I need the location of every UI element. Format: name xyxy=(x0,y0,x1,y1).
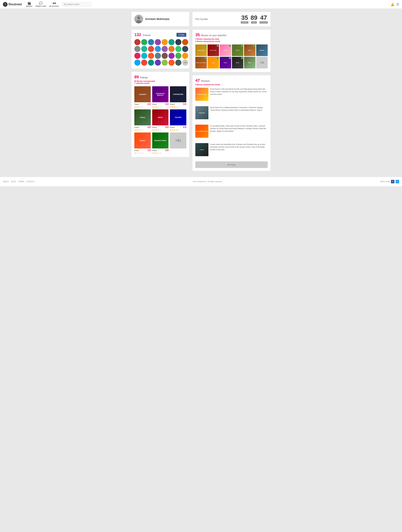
list-item[interactable]: Movie xyxy=(244,57,256,69)
footer-contact-link[interactable]: CONTACT xyxy=(26,181,35,183)
svg-point-1 xyxy=(137,16,140,19)
logo-flix: flix xyxy=(8,2,13,6)
friends-count-row: 132 Friends xyxy=(134,32,151,37)
list-item[interactable] xyxy=(134,39,140,45)
list-item[interactable]: Nautanki Saala! Rated 3.0 ★★★★★ xyxy=(152,133,169,154)
rated-score: 1.0 xyxy=(147,149,151,152)
rated-score: 3.0 xyxy=(183,103,186,106)
watchlist-card: 35 Movies on your watchlist 2 Movies rel… xyxy=(192,30,271,72)
list-item[interactable]: Fukrey Rated 3.0 ★★★★★ xyxy=(134,109,151,131)
list-item[interactable] xyxy=(141,60,147,66)
more-friends-button[interactable]: +93 xyxy=(182,60,188,66)
list-item[interactable] xyxy=(148,39,154,45)
more-movies-count: +81 xyxy=(170,133,186,148)
reviewed-badge: Reviewed xyxy=(259,21,268,24)
footer-terms-link[interactable]: TERMS xyxy=(18,181,24,183)
logo[interactable]: 🎬 flixstreet xyxy=(3,2,22,7)
list-item[interactable] xyxy=(155,46,161,52)
list-item[interactable] xyxy=(134,53,140,59)
list-item[interactable]: Jatt & Juliet ✓ xyxy=(207,44,219,56)
movie-poster: AURANGZEB xyxy=(170,86,186,102)
list-item[interactable]: Nautanki Saala Good humor in bits and pi… xyxy=(195,88,268,104)
list-item[interactable] xyxy=(175,53,181,59)
list-item[interactable] xyxy=(141,53,147,59)
movies-icon: 🎬 xyxy=(27,1,31,5)
list-item[interactable] xyxy=(141,46,147,52)
more-watchlist-button[interactable]: +26 xyxy=(256,57,268,69)
list-item[interactable] xyxy=(169,53,175,59)
list-item[interactable]: Lootera Lovely script and beautifully sh… xyxy=(195,143,268,159)
rated-score: 4.0 xyxy=(183,126,186,129)
twitter-icon[interactable]: t xyxy=(396,180,399,183)
list-item[interactable] xyxy=(155,60,161,66)
nav-street-chat-label: STREET CHAT xyxy=(35,5,46,7)
list-item[interactable]: Ghasitaram Badooo! Rated 3.0 ★★★★★ xyxy=(152,86,169,108)
list-item[interactable] xyxy=(175,60,181,66)
more-reviews-button[interactable]: 42 more xyxy=(195,161,268,168)
ratings-count: 89 xyxy=(134,75,139,79)
list-item[interactable] xyxy=(162,46,168,52)
list-item[interactable]: Bhaag Milkha Bhaag An excellent biopic. … xyxy=(195,125,268,140)
list-item[interactable] xyxy=(162,60,168,66)
list-item[interactable] xyxy=(134,46,140,52)
recommended-count: 60 xyxy=(134,80,136,82)
movie-poster: Ghasitaram Badooo! xyxy=(152,86,169,102)
ratings-label: Ratings xyxy=(140,76,148,79)
rated-score: 3.0 xyxy=(165,126,169,129)
list-item[interactable]: Zanjeer Rated 1.0 ★★★★★ xyxy=(134,133,151,154)
review-poster: Satyagraha xyxy=(195,106,208,119)
list-item[interactable] xyxy=(175,46,181,52)
review-text: An excellent biopic. Each actor excels i… xyxy=(210,125,268,138)
list-item[interactable]: Jayalalha Rated 2.0 ★★★★★ xyxy=(134,86,151,108)
list-item[interactable] xyxy=(148,60,154,66)
list-item[interactable] xyxy=(162,39,168,45)
search-input[interactable] xyxy=(67,3,90,5)
footer-about-link[interactable]: ABOUT xyxy=(3,181,9,183)
list-item[interactable] xyxy=(182,46,188,52)
logo-street: street xyxy=(13,2,22,6)
list-item[interactable]: Highway xyxy=(256,44,268,56)
list-item[interactable]: Jai Ho ✓ xyxy=(207,57,219,69)
nav-my-activity[interactable]: 🕶️ MY ACTIVITY xyxy=(49,1,59,7)
hamburger-menu-icon[interactable]: ☰ xyxy=(396,3,399,6)
list-item[interactable]: Movie ✓ xyxy=(220,57,231,69)
list-item[interactable] xyxy=(182,39,188,45)
list-item[interactable] xyxy=(169,39,175,45)
list-item[interactable]: Queen ✓ xyxy=(220,44,231,56)
list-item[interactable] xyxy=(141,39,147,45)
list-item[interactable]: Movie ✓ xyxy=(244,44,256,56)
nav-street-chat[interactable]: 💬 STREET CHAT xyxy=(35,1,46,7)
list-item[interactable] xyxy=(182,53,188,59)
star-rating: ★★★★★ xyxy=(170,106,186,108)
list-item[interactable]: Hasee Toh Phasee ✓ xyxy=(195,57,207,69)
notification-bell-icon[interactable]: 🔔 xyxy=(391,3,394,6)
footer-blog-link[interactable]: BLOG xyxy=(11,181,16,183)
list-item[interactable] xyxy=(175,39,181,45)
list-item[interactable] xyxy=(162,53,168,59)
list-item[interactable] xyxy=(169,60,175,66)
list-item[interactable] xyxy=(155,39,161,45)
footer: ABOUT BLOG TERMS CONTACT 2013 Flixstreet… xyxy=(0,177,402,186)
nav-movies[interactable]: 🎬 MOVIES xyxy=(26,1,32,7)
reviewed-count: 47 xyxy=(260,15,267,21)
friends-label: Friends xyxy=(143,34,151,37)
list-item[interactable]: ABCD Rated 3.0 ★★★★★ xyxy=(152,109,169,131)
list-item[interactable] xyxy=(148,46,154,52)
list-item[interactable]: Movie ✓ xyxy=(232,57,243,69)
list-item[interactable] xyxy=(169,46,175,52)
facebook-icon[interactable]: f xyxy=(391,180,395,183)
more-rated-movies[interactable]: +81 xyxy=(170,133,186,154)
list-item[interactable]: One TV ✓ xyxy=(232,44,243,56)
list-item[interactable]: TALKIES Rated 4.0 ★★★★★ xyxy=(170,109,186,131)
list-item[interactable]: AURANGZEB Rated 3.0 ★★★★★ xyxy=(170,86,186,108)
list-item[interactable]: Gulabi Gang ✓ xyxy=(195,44,207,56)
search-bar[interactable]: 🔍 xyxy=(62,2,91,6)
list-item[interactable] xyxy=(155,53,161,59)
list-item[interactable] xyxy=(148,53,154,59)
list-item[interactable] xyxy=(134,60,140,66)
rated-month-label: rated this month xyxy=(136,82,150,84)
rated-score: 3.0 xyxy=(147,126,151,129)
reviews-header: 47 Reviews xyxy=(195,78,268,83)
invite-button[interactable]: f Invite xyxy=(176,33,186,37)
list-item[interactable]: Satyagraha Good intent but a shallow por… xyxy=(195,106,268,122)
